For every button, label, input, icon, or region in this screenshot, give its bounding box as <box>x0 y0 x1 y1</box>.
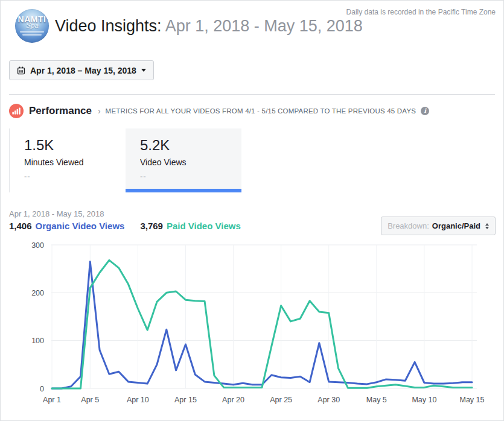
video-insights-page: NAMTI Spa Video Insights:Apr 1, 2018 - M… <box>0 0 504 421</box>
tab-video-views[interactable]: 5.2K Video Views -- <box>126 128 241 192</box>
section-divider <box>9 94 495 95</box>
paid-views-line[interactable] <box>52 260 472 388</box>
date-range-label: Apr 1, 2018 – May 15, 2018 <box>30 66 136 75</box>
metric-label: Minutes Viewed <box>24 157 126 167</box>
x-axis-label: May 15 <box>460 396 485 404</box>
x-axis-label: Apr 1 <box>43 396 61 404</box>
breakdown-select[interactable]: Breakdown: Organic/Paid <box>381 217 496 235</box>
metric-label: Video Views <box>140 157 241 167</box>
x-axis-label: Apr 5 <box>81 396 99 404</box>
logo-text-line <box>20 31 44 33</box>
calendar-icon <box>17 66 25 75</box>
chevron-right-icon: › <box>98 106 101 116</box>
info-icon[interactable]: i <box>421 107 429 115</box>
chevron-down-icon <box>141 69 146 72</box>
organic-legend-label: Organic Video Views <box>36 221 125 231</box>
page-title: Video Insights:Apr 1, 2018 - May 15, 201… <box>55 17 363 36</box>
x-axis-label: Apr 20 <box>222 396 244 404</box>
x-axis-label: Apr 15 <box>174 396 197 404</box>
performance-subtitle: METRICS FOR ALL YOUR VIDEOS FROM 4/1 - 5… <box>106 107 416 115</box>
views-line-chart[interactable]: 0100200300Apr 1Apr 5Apr 10Apr 15Apr 20Ap… <box>1 238 504 416</box>
x-axis-label: Apr 30 <box>317 396 340 404</box>
x-axis-label: May 5 <box>366 396 387 404</box>
date-range-picker-button[interactable]: Apr 1, 2018 – May 15, 2018 <box>9 60 154 80</box>
tab-minutes-viewed[interactable]: 1.5K Minutes Viewed -- <box>10 128 126 192</box>
namti-page-avatar[interactable]: NAMTI Spa <box>15 9 49 43</box>
metric-delta: -- <box>24 172 126 181</box>
paid-total: 3,769 <box>140 221 163 231</box>
organic-views-line[interactable] <box>52 262 472 388</box>
y-axis-label: 300 <box>31 241 44 250</box>
timezone-note: Daily data is recorded in the Pacific Ti… <box>346 8 496 16</box>
performance-section-header: Performance › METRICS FOR ALL YOUR VIDEO… <box>9 103 495 119</box>
x-axis-label: Apr 25 <box>270 396 292 404</box>
performance-title: Performance <box>29 105 92 117</box>
page-title-range: Apr 1, 2018 - May 15, 2018 <box>165 17 363 35</box>
logo-text-line <box>22 34 42 36</box>
paid-legend-label: Paid Video Views <box>167 221 241 231</box>
x-axis-label: May 10 <box>412 396 436 404</box>
metric-delta: -- <box>140 172 241 181</box>
metric-tabs: 1.5K Minutes Viewed -- 5.2K Video Views … <box>9 128 241 192</box>
performance-chart-icon <box>9 104 24 118</box>
organic-total: 1,406 <box>9 221 32 231</box>
breakdown-label: Breakdown: <box>388 221 429 230</box>
select-arrows-icon <box>485 223 489 229</box>
selected-tab-indicator <box>126 189 241 192</box>
page-title-label: Video Insights: <box>55 17 162 35</box>
y-axis-label: 200 <box>31 289 44 297</box>
y-axis-label: 0 <box>40 385 44 393</box>
breakdown-value: Organic/Paid <box>432 221 480 230</box>
metric-value: 5.2K <box>140 137 241 154</box>
chart-legend: 1,406 Organic Video Views 3,769 Paid Vid… <box>9 221 241 231</box>
metric-value: 1.5K <box>24 137 126 154</box>
x-axis-label: Apr 10 <box>127 396 149 404</box>
chart-date-range: Apr 1, 2018 - May 15, 2018 <box>9 209 104 218</box>
y-axis-label: 100 <box>31 337 44 345</box>
